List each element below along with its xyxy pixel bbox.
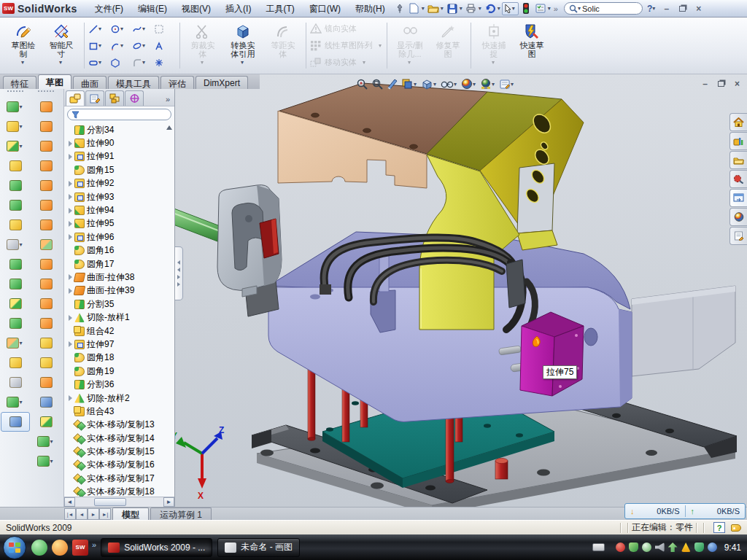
nav-next-button[interactable]: ► (88, 508, 99, 520)
ellipse-tool[interactable]: ▾ (132, 41, 154, 51)
scroll-right-button[interactable]: ► (163, 497, 174, 507)
nav-first-button[interactable]: |◄ (64, 508, 76, 520)
tree-item[interactable]: 实体-移动/复制15 (66, 445, 174, 458)
surface-tool-4[interactable] (31, 156, 61, 176)
search-box[interactable]: ▾ Solic (564, 2, 643, 15)
select-tool-button[interactable]: ▾ (502, 2, 519, 15)
tree-item[interactable]: 切除-放样1 (66, 311, 174, 324)
tree-item[interactable]: 实体-移动/复制13 (66, 419, 174, 432)
feature-tool-10[interactable] (1, 274, 30, 294)
tree-item[interactable]: 实体-移动/复制16 (66, 459, 174, 472)
tree-item[interactable]: 组合42 (66, 324, 174, 338)
menu-window[interactable]: 窗口(W) (302, 0, 348, 17)
tree-horizontal-scrollbar[interactable]: ◄ ► (64, 497, 174, 507)
quicklaunch-overflow[interactable]: » (92, 540, 96, 549)
tree-scroll-up-arrow[interactable] (166, 125, 172, 130)
surface-tool-3[interactable] (31, 136, 61, 156)
surface-tool-5[interactable] (31, 176, 61, 195)
doc-minimize-button[interactable]: – (703, 79, 708, 89)
tree-item[interactable]: 切除-放样2 (66, 392, 174, 405)
tab-propertymanager[interactable] (85, 90, 104, 106)
surface-tool-19[interactable]: ▾ (31, 451, 61, 471)
search-input[interactable]: Solic (582, 4, 638, 13)
feature-tool-14[interactable] (1, 353, 30, 373)
menu-insert[interactable]: 插入(I) (218, 0, 258, 17)
rectangle-tool[interactable]: ▾ (88, 41, 110, 51)
quick-snaps-button[interactable]: 快速捕 捉▾ (475, 20, 513, 71)
sketch-button[interactable]: 草图绘 制▾ (4, 20, 42, 71)
panel-splitter-handle[interactable] (175, 246, 183, 300)
tab-design-library[interactable] (729, 132, 747, 150)
new-document-icon[interactable] (408, 3, 421, 15)
hide-show-items-icon[interactable]: ▾ (441, 79, 458, 89)
quicklaunch-solidworks-icon[interactable]: SW (72, 540, 88, 556)
expand-arrow[interactable] (66, 208, 74, 214)
point-tool[interactable] (154, 58, 176, 68)
menu-edit[interactable]: 编辑(E) (131, 0, 174, 17)
surface-tool-11[interactable] (31, 294, 61, 314)
tree-item[interactable]: 拉伸91 (66, 150, 174, 163)
pushpin-icon[interactable] (393, 3, 406, 15)
tree-filter-input[interactable] (67, 109, 171, 120)
expand-arrow[interactable] (66, 234, 74, 240)
options-checklist-icon[interactable] (534, 3, 547, 15)
slot-tool[interactable]: ▾ (88, 58, 110, 68)
rapid-sketch-button[interactable]: 快速草 图 (513, 20, 551, 71)
surface-tool-13[interactable] (31, 333, 61, 353)
convert-entities-button[interactable]: 转换实 体引用▾ (222, 20, 264, 71)
zoom-area-icon[interactable] (371, 78, 384, 90)
tab-features[interactable]: 特征 (3, 76, 36, 89)
tree-item[interactable]: 圆角15 (66, 163, 174, 176)
tree-item[interactable]: 分割35 (66, 298, 174, 311)
tree-item[interactable]: 拉伸94 (66, 203, 174, 217)
window-restore-button[interactable] (676, 3, 689, 14)
smart-dimension-button[interactable]: 智能尺 寸▾ (42, 20, 80, 71)
tree-item[interactable]: 圆角18 (66, 351, 174, 365)
toolbar-overflow[interactable]: » (554, 4, 558, 13)
help-button[interactable]: ? (647, 4, 652, 14)
spline-tool[interactable]: ▾ (132, 24, 154, 34)
tab-dimxpertmanager[interactable] (125, 90, 144, 106)
surface-tool-6[interactable] (31, 195, 61, 215)
graphics-viewport[interactable]: X Y Z ▾ ▾ ▾ ▾ ▾ ▾ – × 拉伸75 (175, 74, 747, 507)
offset-entities-button[interactable]: 等距实 体 (264, 20, 302, 71)
annotations-icon[interactable]: ▾ (499, 79, 515, 90)
tree-item[interactable]: 拉伸90 (66, 136, 174, 149)
scroll-left-button[interactable]: ◄ (64, 497, 75, 507)
surface-tool-1[interactable] (31, 97, 61, 117)
tree-item[interactable]: 圆角16 (66, 244, 174, 257)
nav-prev-button[interactable]: ◄ (76, 508, 88, 520)
tree-item[interactable]: 实体-移动/复制14 (66, 432, 174, 445)
surface-tool-12[interactable] (31, 314, 61, 333)
tree-item[interactable]: 组合43 (66, 405, 174, 418)
feature-tool-1[interactable]: ▾ (1, 97, 30, 117)
tab-mold-tools[interactable]: 模具工具 (108, 76, 159, 89)
tab-solidworks-resources[interactable] (729, 113, 747, 131)
scrollbar-thumb[interactable] (94, 498, 126, 506)
feature-tool-6[interactable] (1, 195, 30, 215)
expand-arrow[interactable] (66, 194, 74, 200)
tab-evaluate[interactable]: 评估 (160, 76, 194, 89)
repair-sketch-button[interactable]: 修复草 图 (429, 20, 467, 71)
tray-shield-plus-icon[interactable] (694, 542, 704, 552)
surface-tool-2[interactable] (31, 117, 61, 136)
traffic-light-icon[interactable] (519, 3, 533, 15)
arc-tool[interactable]: ▾ (110, 41, 132, 51)
feature-tool-9[interactable] (1, 254, 30, 274)
right-gray-plates[interactable] (632, 286, 735, 376)
status-help-button[interactable]: ? (713, 522, 725, 533)
magenta-block[interactable] (520, 312, 584, 396)
display-delete-relations-button[interactable]: 显示/删 除几...▾ (391, 20, 429, 71)
quicklaunch-app-icon[interactable] (52, 540, 68, 556)
tree-item[interactable]: 拉伸95 (66, 217, 174, 230)
feature-tool-2[interactable]: ▾ (1, 117, 30, 136)
tree-item[interactable]: 曲面-拉伸38 (66, 271, 174, 284)
sketch-fillet-tool[interactable]: ▾ (132, 58, 154, 68)
save-icon[interactable] (446, 3, 459, 15)
tray-antivirus-icon[interactable] (629, 542, 638, 552)
box-select-tool[interactable] (154, 24, 176, 34)
surface-tool-9[interactable] (31, 254, 61, 274)
taskbar-clock[interactable]: 9:41 (724, 542, 741, 553)
tab-dimxpert[interactable]: DimXpert (196, 76, 248, 89)
tab-featuremanager-tree[interactable] (66, 90, 85, 106)
